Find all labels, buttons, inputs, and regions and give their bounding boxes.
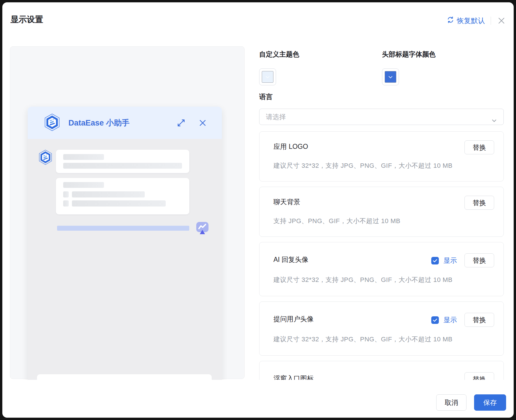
chat-preview-panel: DataEase 小助手 <box>10 46 245 379</box>
theme-color-picker[interactable] <box>259 68 276 85</box>
language-placeholder: 请选择 <box>266 113 286 121</box>
skeleton-line <box>63 182 104 188</box>
replace-button[interactable]: 替换 <box>464 372 494 380</box>
show-checkbox[interactable] <box>431 316 439 324</box>
skeleton-square <box>63 200 69 207</box>
card-title: 提问用户头像 <box>273 315 314 324</box>
skeleton-line <box>63 163 182 169</box>
language-select[interactable]: 请选择 <box>259 109 504 125</box>
expand-icon[interactable] <box>176 118 186 128</box>
dataease-logo <box>44 114 60 132</box>
header-font-color-picker[interactable] <box>382 68 399 85</box>
chart-widget-icon <box>196 221 209 236</box>
card-chat-background: 聊天背景 替换 支持 JPG、PNG、GIF，大小不超过 10 MB <box>259 187 504 237</box>
card-float-entry-icon: 浮窗入口图标 替换 <box>259 361 504 380</box>
card-ai-avatar: AI 回复头像 显示 替换 建议尺寸 32*32，支持 JPG、PNG、GIF，… <box>259 242 504 296</box>
card-title: AI 回复头像 <box>273 255 308 264</box>
card-user-avatar: 提问用户头像 显示 替换 建议尺寸 32*32，支持 JPG、PNG、GIF，大… <box>259 301 504 356</box>
replace-button[interactable]: 替换 <box>464 140 494 154</box>
settings-column: 自定义主题色 头部标题字体颜色 语言 请选择 <box>259 46 504 380</box>
show-label: 显示 <box>443 315 457 324</box>
chat-close-icon[interactable] <box>198 118 207 128</box>
card-description: 建议尺寸 32*32，支持 JPG、PNG、GIF，大小不超过 10 MB <box>273 335 453 344</box>
skeleton-line <box>72 200 166 207</box>
show-toggle-group: 显示 <box>431 256 457 265</box>
dialog-content: DataEase 小助手 <box>2 2 514 380</box>
save-button[interactable]: 保存 <box>474 394 506 411</box>
show-toggle-group: 显示 <box>431 315 457 324</box>
skeleton-square <box>63 191 69 197</box>
header-font-color-swatch <box>385 71 396 83</box>
skeleton-line <box>72 191 145 197</box>
chat-message-input[interactable] <box>37 374 212 380</box>
card-description: 建议尺寸 32*32，支持 JPG、PNG、GIF，大小不超过 10 MB <box>273 276 453 284</box>
header-font-color-label: 头部标题字体颜色 <box>382 50 436 59</box>
send-icon[interactable] <box>192 379 206 380</box>
theme-color-label: 自定义主题色 <box>259 50 299 59</box>
replace-button[interactable]: 替换 <box>464 313 494 327</box>
language-label: 语言 <box>259 92 273 101</box>
replace-button[interactable]: 替换 <box>464 196 494 210</box>
card-title: 应用 LOGO <box>273 142 308 151</box>
loading-bar <box>57 226 189 231</box>
dialog-footer: 取消 保存 <box>436 394 506 411</box>
chat-window-header: DataEase 小助手 <box>28 107 222 139</box>
card-title: 浮窗入口图标 <box>273 374 314 380</box>
show-label: 显示 <box>443 256 457 265</box>
skeleton-line <box>63 154 104 160</box>
display-settings-dialog: 显示设置 恢复默认 <box>2 2 514 418</box>
chevron-down-icon <box>491 114 498 130</box>
chat-window-body: 「以上内容均由AI生成，仅供参考和借鉴」 <box>28 139 222 380</box>
card-title: 聊天背景 <box>273 197 300 207</box>
ai-avatar <box>38 150 52 166</box>
ai-message-bubble <box>56 150 189 173</box>
card-description: 支持 JPG、PNG、GIF，大小不超过 10 MB <box>273 217 400 225</box>
cancel-button[interactable]: 取消 <box>436 394 466 411</box>
show-checkbox[interactable] <box>431 257 439 264</box>
ai-message-bubble <box>56 178 189 214</box>
card-description: 建议尺寸 32*32，支持 JPG、PNG、GIF，大小不超过 10 MB <box>273 161 453 170</box>
replace-button[interactable]: 替换 <box>464 253 494 267</box>
chat-window-title: DataEase 小助手 <box>68 118 130 128</box>
card-app-logo: 应用 LOGO 替换 建议尺寸 32*32，支持 JPG、PNG、GIF，大小不… <box>259 131 504 181</box>
chat-window-preview: DataEase 小助手 <box>28 107 222 380</box>
theme-color-swatch <box>262 71 273 83</box>
